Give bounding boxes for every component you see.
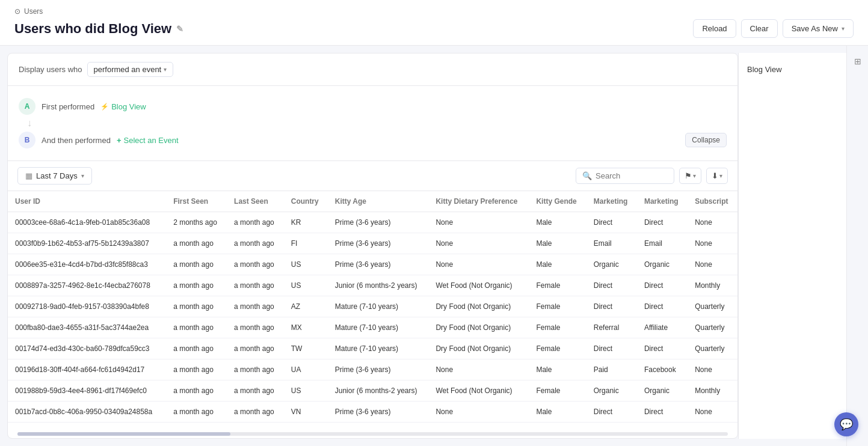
table-cell: Wet Food (Not Organic) — [428, 380, 529, 402]
table-cell: a month ago — [166, 254, 227, 275]
table-cell: a month ago — [166, 275, 227, 296]
table-cell: Direct — [586, 338, 637, 359]
table-cell: 00003cee-68a6-4c1a-9feb-01ab85c36a08 — [8, 212, 166, 233]
table-cell: TW — [284, 338, 328, 359]
users-breadcrumb-icon: ⊙ — [14, 7, 20, 16]
table-cell: AZ — [284, 296, 328, 317]
table-cell: a month ago — [227, 212, 284, 233]
reload-button[interactable]: Reload — [693, 19, 736, 38]
column-header: Kitty Gende — [529, 191, 586, 212]
table-cell: Male — [529, 402, 586, 423]
table-cell: Direct — [586, 296, 637, 317]
blog-view-link[interactable]: Blog View — [100, 102, 146, 111]
chevron-down-icon: ▾ — [164, 66, 167, 73]
condition-b-badge: B — [19, 132, 35, 148]
table-cell: Mature (7-10 years) — [328, 296, 429, 317]
table-cell: KR — [284, 212, 328, 233]
table-row[interactable]: 00174d74-ed3d-430c-ba60-789dfca59cc3a mo… — [8, 338, 737, 359]
condition-b-prefix: And then performed — [42, 136, 111, 145]
table-cell: a month ago — [227, 402, 284, 423]
table-cell: Prime (3-6 years) — [328, 233, 429, 254]
chevron-down-icon: ▾ — [81, 173, 84, 179]
event-filter-label: performed an event — [94, 65, 162, 74]
table-cell: Monthly — [688, 380, 737, 402]
table-cell: Paid — [586, 359, 637, 380]
date-filter-dropdown[interactable]: ▦ Last 7 Days ▾ — [17, 167, 92, 185]
column-header: Marketing — [586, 191, 637, 212]
right-panel: Blog View — [738, 53, 846, 439]
table-cell: Affiliate — [637, 317, 688, 338]
table-row[interactable]: 0003f0b9-1b62-4b53-af75-5b12439a3807a mo… — [8, 233, 737, 254]
flag-filter-button[interactable]: ⚑ ▾ — [679, 168, 701, 184]
arrow-connector: ↓ — [19, 118, 727, 128]
table-cell: Quarterly — [688, 317, 737, 338]
search-box[interactable]: 🔍 — [576, 168, 674, 184]
download-button[interactable]: ⬇ ▾ — [706, 168, 728, 184]
table-row[interactable]: 0006ee35-e31e-4cd4-b7bd-d3fc85f88ca3a mo… — [8, 254, 737, 275]
table-cell: Monthly — [688, 275, 737, 296]
table-cell: 001988b9-59d3-4ee4-8961-df17f469efc0 — [8, 380, 166, 402]
table-cell: UA — [284, 359, 328, 380]
fab-button[interactable]: 💬 — [834, 412, 858, 436]
table-cell: Wet Food (Not Organic) — [428, 275, 529, 296]
table-row[interactable]: 00003cee-68a6-4c1a-9feb-01ab85c36a082 mo… — [8, 212, 737, 233]
table-cell: 00174d74-ed3d-430c-ba60-789dfca59cc3 — [8, 338, 166, 359]
table-cell: Direct — [637, 212, 688, 233]
condition-a-badge: A — [19, 98, 35, 115]
table-cell: Male — [529, 359, 586, 380]
table-cell: Quarterly — [688, 296, 737, 317]
table-cell: None — [428, 212, 529, 233]
select-event-button[interactable]: Select an Event — [117, 136, 179, 145]
clear-button[interactable]: Clear — [741, 19, 778, 38]
horizontal-scrollbar[interactable] — [17, 432, 728, 436]
table-cell: a month ago — [166, 317, 227, 338]
right-tab-strip: ⊞ — [846, 46, 868, 446]
search-input[interactable] — [596, 171, 668, 180]
table-cell: a month ago — [166, 338, 227, 359]
collapse-button[interactable]: Collapse — [685, 133, 727, 147]
table-cell: Dry Food (Not Organic) — [428, 317, 529, 338]
filter-prefix: Display users who — [19, 65, 82, 74]
table-cell: None — [688, 254, 737, 275]
save-as-label: Save As New — [792, 24, 838, 33]
table-row[interactable]: 00196d18-30ff-404f-a664-fc61d4942d17a mo… — [8, 359, 737, 380]
table-row[interactable]: 001b7acd-0b8c-406a-9950-03409a24858aa mo… — [8, 402, 737, 423]
table-cell: Male — [529, 212, 586, 233]
table-cell: a month ago — [227, 296, 284, 317]
table-cell: 00092718-9ad0-4feb-9157-038390a4bfe8 — [8, 296, 166, 317]
column-header: User ID — [8, 191, 166, 212]
table-cell: US — [284, 380, 328, 402]
table-row[interactable]: 001988b9-59d3-4ee4-8961-df17f469efc0a mo… — [8, 380, 737, 402]
table-cell: a month ago — [166, 359, 227, 380]
table-row[interactable]: 000fba80-dae3-4655-a31f-5ac3744ae2eaa mo… — [8, 317, 737, 338]
users-table: User IDFirst SeenLast SeenCountryKitty A… — [8, 191, 737, 423]
table-cell: Direct — [586, 275, 637, 296]
table-cell: a month ago — [227, 317, 284, 338]
calendar-icon: ▦ — [25, 171, 32, 180]
table-row[interactable]: 00092718-9ad0-4feb-9157-038390a4bfe8a mo… — [8, 296, 737, 317]
table-cell: Female — [529, 317, 586, 338]
table-cell: Prime (3-6 years) — [328, 254, 429, 275]
table-cell: Female — [529, 338, 586, 359]
table-cell: Prime (3-6 years) — [328, 359, 429, 380]
table-cell: US — [284, 275, 328, 296]
table-cell: None — [428, 233, 529, 254]
search-icon: 🔍 — [582, 171, 592, 180]
table-row[interactable]: 0008897a-3257-4962-8e1c-f4ecba276078a mo… — [8, 275, 737, 296]
table-cell: Direct — [637, 275, 688, 296]
table-cell: Direct — [637, 296, 688, 317]
event-filter-dropdown[interactable]: performed an event ▾ — [87, 62, 174, 77]
table-cell: Prime (3-6 years) — [328, 402, 429, 423]
table-cell: Direct — [637, 338, 688, 359]
save-as-button[interactable]: Save As New ▾ — [783, 19, 854, 38]
layout-icon[interactable]: ⊞ — [851, 53, 865, 70]
edit-icon[interactable]: ✎ — [176, 24, 183, 34]
table-cell: 001b7acd-0b8c-406a-9950-03409a24858a — [8, 402, 166, 423]
table-cell: a month ago — [227, 380, 284, 402]
column-header: Kitty Age — [328, 191, 429, 212]
column-header: Last Seen — [227, 191, 284, 212]
table-cell: Direct — [586, 402, 637, 423]
table-cell: 0008897a-3257-4962-8e1c-f4ecba276078 — [8, 275, 166, 296]
table-cell: Quarterly — [688, 338, 737, 359]
table-cell: Organic — [586, 380, 637, 402]
